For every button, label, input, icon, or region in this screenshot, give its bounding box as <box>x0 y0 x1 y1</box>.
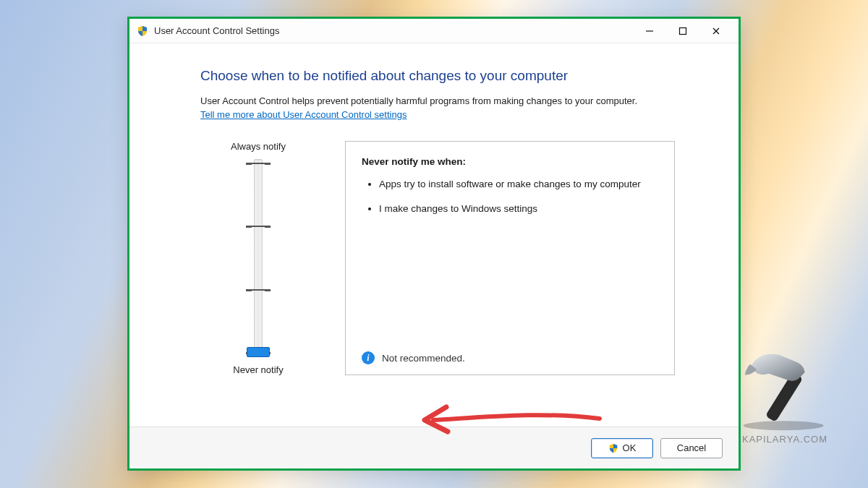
shield-icon <box>137 25 148 37</box>
svg-rect-1 <box>680 27 686 34</box>
info-footer-text: Not recommended. <box>382 353 465 364</box>
info-list-item: Apps try to install software or make cha… <box>379 177 658 192</box>
body-row: Always notify Never notify Never notify … <box>200 141 675 375</box>
notification-slider[interactable] <box>244 159 273 356</box>
slider-thumb[interactable] <box>247 347 270 357</box>
slider-tick <box>246 163 271 164</box>
title-bar[interactable]: User Account Control Settings <box>129 19 739 43</box>
window-controls <box>633 20 733 42</box>
close-button[interactable] <box>699 20 733 42</box>
ok-button-label: OK <box>623 442 637 453</box>
slider-column: Always notify Never notify <box>200 141 316 375</box>
page-heading: Choose when to be notified about changes… <box>200 68 675 84</box>
watermark-text: KAPILARYA.COM <box>731 434 839 445</box>
svg-point-4 <box>744 421 824 430</box>
uac-settings-window: User Account Control Settings Choose whe… <box>127 17 741 471</box>
info-list-item: I make changes to Windows settings <box>379 202 658 216</box>
slider-tick <box>246 289 271 291</box>
slider-tick <box>246 226 271 227</box>
content-area: Choose when to be notified about changes… <box>129 43 739 427</box>
window-title: User Account Control Settings <box>154 25 633 36</box>
cancel-button-label: Cancel <box>677 442 706 453</box>
slider-track <box>254 159 263 356</box>
info-title: Never notify me when: <box>362 156 658 167</box>
slider-label-top: Always notify <box>200 141 316 152</box>
info-panel: Never notify me when: Apps try to instal… <box>345 141 675 375</box>
learn-more-link[interactable]: Tell me more about User Account Control … <box>200 109 407 120</box>
info-list: Apps try to install software or make cha… <box>362 177 658 226</box>
cancel-button[interactable]: Cancel <box>660 438 723 458</box>
dialog-footer: OK Cancel <box>129 427 739 468</box>
page-description: User Account Control helps prevent poten… <box>200 95 675 106</box>
minimize-button[interactable] <box>633 20 666 42</box>
hammer-icon <box>731 346 839 432</box>
info-icon: i <box>362 351 375 364</box>
watermark: KAPILARYA.COM <box>731 346 839 445</box>
shield-icon <box>608 443 618 453</box>
ok-button[interactable]: OK <box>591 438 653 458</box>
info-footer: i Not recommended. <box>362 344 658 364</box>
slider-label-bottom: Never notify <box>200 364 316 375</box>
maximize-button[interactable] <box>666 20 699 42</box>
svg-rect-5 <box>765 372 803 422</box>
